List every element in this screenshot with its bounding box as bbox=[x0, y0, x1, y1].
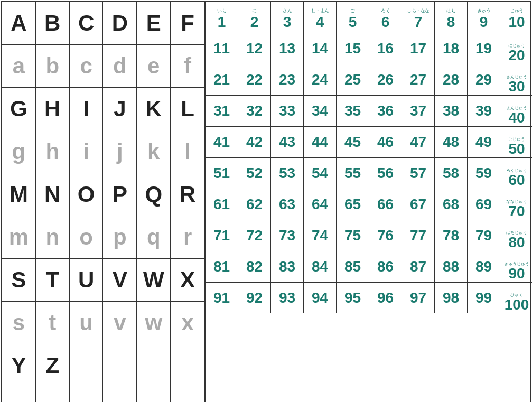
alpha-cell-lower: z bbox=[36, 387, 70, 402]
num-cell: 62 bbox=[238, 189, 271, 220]
num-cell: 16 bbox=[369, 33, 402, 64]
alpha-cell-lower: k bbox=[137, 130, 171, 173]
num-cell: 71 bbox=[206, 220, 238, 251]
num-cell: 95 bbox=[337, 283, 369, 313]
num-cell: 74 bbox=[304, 220, 337, 251]
alpha-cell-upper: D bbox=[103, 2, 137, 44]
num-header-cell: ろく6 bbox=[369, 2, 402, 33]
num-cell: 27 bbox=[402, 64, 435, 95]
alphabet-section: ABCDEFabcdefGHIJKLghijklMNOPQRmnopqrSTUV… bbox=[2, 2, 206, 402]
num-cell: 91 bbox=[206, 283, 238, 313]
alpha-cell-lower: e bbox=[137, 45, 171, 87]
num-cell-special: ななじゅう70 bbox=[500, 189, 532, 220]
alpha-cell-lower: u bbox=[70, 302, 104, 344]
num-cell: 82 bbox=[238, 251, 271, 282]
alpha-cell-upper: P bbox=[103, 173, 137, 216]
alpha-cell-lower: q bbox=[137, 216, 171, 258]
num-cell: 51 bbox=[206, 158, 238, 189]
alpha-cell-upper: B bbox=[36, 2, 70, 44]
alpha-cell-upper: F bbox=[171, 2, 204, 44]
alpha-cell-lower: r bbox=[171, 216, 204, 258]
num-cell: 68 bbox=[435, 189, 468, 220]
alpha-cell-lower: s bbox=[2, 302, 36, 344]
num-cell: 25 bbox=[337, 64, 369, 95]
alpha-lower-row: abcdef bbox=[2, 45, 204, 88]
alpha-cell-upper: L bbox=[171, 88, 204, 130]
num-row: 818283848586878889きゅうじゅう90 bbox=[206, 251, 532, 283]
alpha-cell-upper: Q bbox=[137, 173, 171, 216]
alpha-cell-upper: J bbox=[103, 88, 137, 130]
num-cell: 15 bbox=[337, 33, 369, 64]
num-cell: 66 bbox=[369, 189, 402, 220]
alpha-cell-upper bbox=[137, 344, 171, 387]
num-cell-special: にじゅう20 bbox=[500, 33, 532, 64]
num-cell: 48 bbox=[435, 127, 468, 157]
num-header-cell: ご5 bbox=[337, 2, 369, 33]
num-cell: 79 bbox=[468, 220, 500, 251]
alpha-lower-row: yz bbox=[2, 387, 204, 402]
alpha-cell-upper: O bbox=[70, 173, 104, 216]
num-cell-special: さんじゅう30 bbox=[500, 64, 532, 95]
num-cell: 36 bbox=[369, 96, 402, 126]
alpha-cell-upper: Y bbox=[2, 344, 36, 387]
num-cell-special: きゅうじゅう90 bbox=[500, 251, 532, 282]
num-cell: 75 bbox=[337, 220, 369, 251]
alpha-cell-upper: X bbox=[171, 259, 204, 301]
alpha-cell-lower: m bbox=[2, 216, 36, 258]
alpha-lower-row: stuvwx bbox=[2, 302, 204, 344]
alpha-cell-upper bbox=[70, 344, 104, 387]
num-cell-special: ごじゅう50 bbox=[500, 127, 532, 157]
num-cell: 84 bbox=[304, 251, 337, 282]
num-row: 717273747576777879はちじゅう80 bbox=[206, 220, 532, 251]
alpha-cell-lower: n bbox=[36, 216, 70, 258]
num-row: 515253545556575859ろくじゅう60 bbox=[206, 158, 532, 189]
num-cell: 22 bbox=[238, 64, 271, 95]
num-cell: 29 bbox=[468, 64, 500, 95]
num-cell: 65 bbox=[337, 189, 369, 220]
alpha-cell-lower: h bbox=[36, 130, 70, 173]
num-cell: 73 bbox=[271, 220, 304, 251]
alpha-cell-lower bbox=[171, 387, 204, 402]
num-cell: 92 bbox=[238, 283, 271, 313]
num-cell: 12 bbox=[238, 33, 271, 64]
num-cell: 49 bbox=[468, 127, 500, 157]
num-cell: 93 bbox=[271, 283, 304, 313]
num-cell: 98 bbox=[435, 283, 468, 313]
num-cell-special: ろくじゅう60 bbox=[500, 158, 532, 189]
alpha-cell-lower: g bbox=[2, 130, 36, 173]
num-cell: 39 bbox=[468, 96, 500, 126]
alpha-cell-lower: b bbox=[36, 45, 70, 87]
num-cell: 77 bbox=[402, 220, 435, 251]
num-cell: 86 bbox=[369, 251, 402, 282]
num-header-cell: さん3 bbox=[271, 2, 304, 33]
alpha-cell-lower bbox=[103, 387, 137, 402]
alpha-cell-upper: T bbox=[36, 259, 70, 301]
alpha-cell-upper: E bbox=[137, 2, 171, 44]
alpha-cell-upper: U bbox=[70, 259, 104, 301]
alpha-cell-lower: c bbox=[70, 45, 104, 87]
alpha-cell-lower: a bbox=[2, 45, 36, 87]
alpha-lower-row: ghijkl bbox=[2, 130, 204, 173]
num-cell: 99 bbox=[468, 283, 500, 313]
alpha-cell-upper: M bbox=[2, 173, 36, 216]
num-cell: 24 bbox=[304, 64, 337, 95]
alpha-cell-lower: v bbox=[103, 302, 137, 344]
num-cell: 44 bbox=[304, 127, 337, 157]
num-cell: 19 bbox=[468, 33, 500, 64]
num-cell: 23 bbox=[271, 64, 304, 95]
alpha-cell-upper: R bbox=[171, 173, 204, 216]
num-cell: 28 bbox=[435, 64, 468, 95]
num-cell: 61 bbox=[206, 189, 238, 220]
num-cell: 78 bbox=[435, 220, 468, 251]
num-cell: 69 bbox=[468, 189, 500, 220]
num-cell: 11 bbox=[206, 33, 238, 64]
num-row: 919293949596979899ひゃく100 bbox=[206, 283, 532, 313]
num-cell: 37 bbox=[402, 96, 435, 126]
num-cell: 58 bbox=[435, 158, 468, 189]
num-cell: 17 bbox=[402, 33, 435, 64]
num-cell: 96 bbox=[369, 283, 402, 313]
num-cell: 14 bbox=[304, 33, 337, 64]
num-cell: 88 bbox=[435, 251, 468, 282]
num-cell-special: はちじゅう80 bbox=[500, 220, 532, 251]
num-cell: 53 bbox=[271, 158, 304, 189]
